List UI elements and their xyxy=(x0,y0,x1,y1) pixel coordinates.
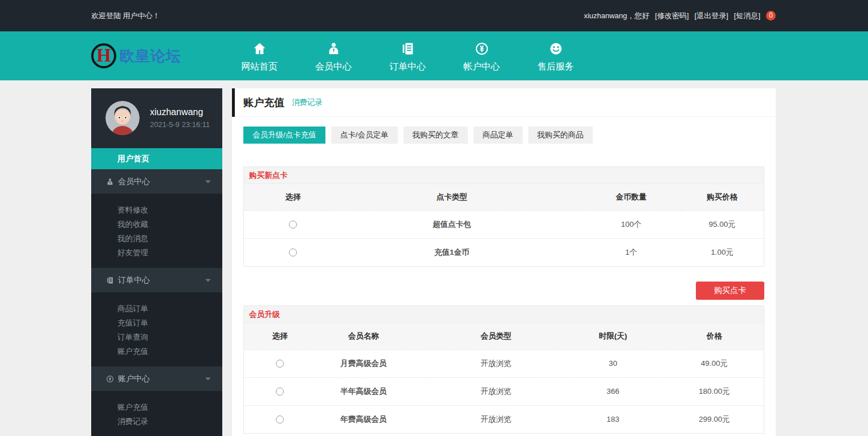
user-greeting: xiuzhanwang，您好 xyxy=(584,11,649,21)
nav-label: 帐户中心 xyxy=(463,61,500,73)
nav-order-center[interactable]: 订单中心 xyxy=(370,39,445,73)
profile-username: xiuzhanwang xyxy=(150,107,210,117)
member-type-cell: 开放浏览 xyxy=(431,349,561,377)
col-price: 价格 xyxy=(665,323,764,349)
coin-amount-cell: 100个 xyxy=(582,210,680,238)
topbar: 欢迎登陆 用户中心！ xiuzhanwang，您好 [修改密码] [退出登录] … xyxy=(0,0,868,31)
member-upgrade-rows: 月费高级会员 开放浏览 30 49.00元 半年高级会员 开放浏览 366 18… xyxy=(244,349,764,433)
sidebar-subitem[interactable]: 资料修改 xyxy=(91,203,222,217)
col-select: 选择 xyxy=(244,184,322,210)
consumption-record-link[interactable]: 消费记录 xyxy=(292,97,323,108)
member-icon xyxy=(327,42,341,56)
nav-label: 订单中心 xyxy=(389,61,426,73)
welcome-text: 欢迎登陆 用户中心！ xyxy=(91,11,160,21)
table-row: 半年高级会员 开放浏览 366 180.00元 xyxy=(244,377,764,405)
profile-datetime: 2021-5-9 23:16:11 xyxy=(150,120,210,129)
title-accent-bar xyxy=(232,88,235,117)
account-icon xyxy=(475,42,489,56)
sidebar-subitem[interactable]: 消费记录 xyxy=(91,414,222,429)
member-upgrade-heading: 会员升级 xyxy=(244,306,764,323)
upgrade-radio[interactable] xyxy=(276,388,284,396)
table-row: 年费高级会员 开放浏览 183 299.00元 xyxy=(244,405,764,433)
page-title-row: 账户充值 消费记录 xyxy=(232,88,776,117)
nav-home[interactable]: 网站首页 xyxy=(222,39,296,73)
sidebar-subitem[interactable]: 好友管理 xyxy=(91,246,222,260)
col-price: 购买价格 xyxy=(680,184,764,210)
member-icon xyxy=(106,178,114,186)
point-card-radio[interactable] xyxy=(289,248,297,256)
table-header-row: 选择 会员名称 会员类型 时限(天) 价格 xyxy=(244,323,764,349)
sidebar-group-label: 会员中心 xyxy=(118,177,150,187)
col-coin-amount: 金币数量 xyxy=(582,184,680,210)
site-logo[interactable]: H 欧皇论坛 xyxy=(91,43,222,68)
nav-account-center[interactable]: 帐户中心 xyxy=(445,39,519,73)
point-card-rows: 超值点卡包 100个 95.00元 充值1金币 1个 1.00元 xyxy=(244,210,764,266)
sidebar-item-user-home[interactable]: 用户首页 xyxy=(91,148,222,169)
nav-member-center[interactable]: 会员中心 xyxy=(296,39,370,73)
sidebar: xiuzhanwang 2021-5-9 23:16:11 用户首页 会员中心 … xyxy=(91,88,222,436)
member-name-cell: 半年高级会员 xyxy=(296,377,431,405)
sidebar-subitem[interactable]: 我的消息 xyxy=(91,231,222,246)
buy-point-card-button[interactable]: 购买点卡 xyxy=(696,282,764,300)
service-icon xyxy=(549,42,563,56)
sidebar-subitem[interactable]: 充值订单 xyxy=(91,316,222,330)
change-password-link[interactable]: [修改密码] xyxy=(655,11,688,21)
member-submenu: 资料修改我的收藏我的消息好友管理 xyxy=(91,194,222,268)
sidebar-group-label: 订单中心 xyxy=(118,275,150,286)
member-upgrade-section: 会员升级 选择 会员名称 会员类型 时限(天) 价格 xyxy=(243,305,764,434)
days-cell: 30 xyxy=(561,349,665,377)
chevron-down-icon xyxy=(205,180,211,183)
nav-label: 会员中心 xyxy=(315,61,352,73)
messages-link[interactable]: [短消息] xyxy=(734,11,760,21)
chevron-down-icon xyxy=(205,377,211,380)
member-upgrade-table: 选择 会员名称 会员类型 时限(天) 价格 月费高级会员 开放浏览 xyxy=(244,323,764,433)
tab-bar: 会员升级/点卡充值 点卡/会员定单 我购买的文章 商品定单 我购买的商品 xyxy=(232,117,776,144)
sidebar-group-member-center[interactable]: 会员中心 xyxy=(91,169,222,194)
page-body: xiuzhanwang 2021-5-9 23:16:11 用户首页 会员中心 … xyxy=(0,80,868,436)
table-row: 充值1金币 1个 1.00元 xyxy=(244,238,764,266)
tab-product-orders[interactable]: 商品定单 xyxy=(474,127,523,144)
sidebar-subitem[interactable]: 我的收藏 xyxy=(91,217,222,231)
table-header-row: 选择 点卡类型 金币数量 购买价格 xyxy=(244,184,764,210)
point-card-table: 选择 点卡类型 金币数量 购买价格 超值点卡包 100个 95.00元 xyxy=(244,184,764,266)
upgrade-radio[interactable] xyxy=(276,360,284,368)
price-cell: 95.00元 xyxy=(680,210,764,238)
col-days: 时限(天) xyxy=(561,323,665,349)
table-row: 月费高级会员 开放浏览 30 49.00元 xyxy=(244,349,764,377)
sidebar-subitem[interactable]: 账户充值 xyxy=(91,400,222,414)
nav-label: 售后服务 xyxy=(537,61,574,73)
home-icon xyxy=(252,42,267,56)
col-member-name: 会员名称 xyxy=(296,323,431,349)
member-type-cell: 开放浏览 xyxy=(431,377,561,405)
orders-icon xyxy=(106,276,114,284)
upgrade-radio[interactable] xyxy=(276,415,284,423)
price-cell: 49.00元 xyxy=(665,349,764,377)
account-icon xyxy=(106,375,114,383)
member-name-cell: 年费高级会员 xyxy=(296,405,431,433)
tab-card-member-orders[interactable]: 点卡/会员定单 xyxy=(331,127,398,144)
profile-block: xiuzhanwang 2021-5-9 23:16:11 xyxy=(91,88,222,148)
point-card-radio[interactable] xyxy=(289,221,297,229)
tab-purchased-products[interactable]: 我购买的商品 xyxy=(528,127,593,144)
sidebar-subitem[interactable]: 订单查询 xyxy=(91,330,222,344)
sidebar-group-order-center[interactable]: 订单中心 xyxy=(91,268,222,292)
col-select: 选择 xyxy=(244,323,296,349)
coin-amount-cell: 1个 xyxy=(582,238,680,266)
sidebar-subitem[interactable]: 商品订单 xyxy=(91,301,222,316)
logo-ring-icon: H xyxy=(91,43,116,68)
sidebar-subitem[interactable]: 账户充值 xyxy=(91,344,222,358)
nav-after-sales[interactable]: 售后服务 xyxy=(519,39,593,73)
card-type-cell: 充值1金币 xyxy=(322,238,582,266)
col-member-type: 会员类型 xyxy=(431,323,561,349)
main-header: H 欧皇论坛 网站首页 会员中心 订单中心 帐户中心 售后服务 xyxy=(0,31,868,80)
logout-link[interactable]: [退出登录] xyxy=(695,11,728,21)
chevron-down-icon xyxy=(205,279,211,282)
tab-purchased-articles[interactable]: 我购买的文章 xyxy=(404,127,468,144)
page-title: 账户充值 xyxy=(243,96,284,109)
tab-member-upgrade-recharge[interactable]: 会员升级/点卡充值 xyxy=(243,127,325,144)
point-card-heading: 购买新点卡 xyxy=(244,167,764,184)
sidebar-group-label: 账户中心 xyxy=(118,374,150,384)
logo-monogram: H xyxy=(96,46,111,65)
message-count-badge[interactable]: 0 xyxy=(766,11,776,21)
sidebar-group-account-center[interactable]: 账户中心 xyxy=(91,366,222,391)
